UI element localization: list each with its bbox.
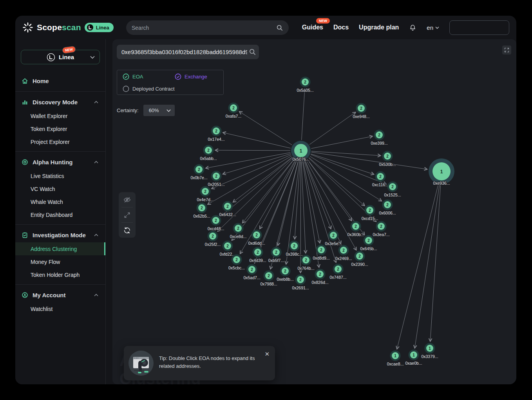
node-address-label: 0x4e7d... [197,197,214,202]
node-count: 2 [360,106,362,111]
graph-node[interactable]: 20x5a05... [297,77,313,93]
graph-node[interactable]: 20x4e7d... [197,186,214,202]
sidebar-section-alpha-hunting[interactable]: Alpha Hunting [15,155,105,169]
graph-node[interactable]: 10xe936... [429,158,454,185]
sidebar-section-discovery-mode[interactable]: Discovery Mode [15,95,105,109]
sidebar-item-address-clustering[interactable]: Address Clustering [15,242,105,255]
fit-view-button[interactable] [119,207,136,222]
graph-node[interactable]: 20xafa7... [226,103,241,118]
filter-exchange[interactable]: Exchange [175,73,207,80]
graph-node[interactable]: 10x3379... [421,343,438,359]
node-address-label: 0x360b... [347,232,364,237]
refresh-button[interactable] [119,223,136,238]
graph-node[interactable]: 20xfd22... [220,241,235,256]
graph-node[interactable]: 20x5cbc... [228,255,245,270]
graph-node[interactable]: 20x6432... [219,201,236,217]
sidebar-item-home[interactable]: Home [15,74,105,88]
graph-node[interactable]: 20x25f2... [205,231,221,247]
graph-node[interactable]: 20xe399... [371,130,387,145]
language-selector[interactable]: en [427,24,439,31]
graph-node[interactable]: 10x5076... [291,141,311,162]
graph-node[interactable]: 20x530b... [379,151,396,167]
graph-node[interactable]: 20x4d39... [249,247,266,263]
graph-node[interactable]: 20xce8d... [230,223,247,239]
sidebar-item-token-holder-graph[interactable]: Token Holder Graph [15,268,105,281]
node-count: 2 [275,250,277,255]
graph-node[interactable]: 20x360b... [347,221,364,237]
graph-node[interactable]: 20x7988... [260,271,277,286]
sidebar-item-entity-dashboard[interactable]: Entity Dashboard [15,208,105,221]
certainty-select[interactable]: 60% [143,105,175,116]
graph-node[interactable]: 20xd8d9... [313,245,329,260]
fullscreen-button[interactable] [502,45,511,55]
graph-node[interactable]: 10xcae8... [387,351,404,366]
notification-bell-icon[interactable] [409,24,416,31]
graph-node[interactable]: 20x0b7e... [190,164,207,180]
node-address-label: 0x2051... [208,182,224,187]
header-action-button[interactable] [449,20,509,35]
graph-node[interactable]: 20x5abb... [200,145,217,161]
graph-node[interactable]: 20x2469... [335,245,352,261]
graph-node[interactable]: 20x5ad7... [243,264,260,280]
nav-upgrade-plan[interactable]: Upgrade plan [359,24,399,31]
node-count: 2 [212,234,214,238]
sidebar-item-token-explorer[interactable]: Token Explorer [15,122,105,135]
node-address-label: 0xd6dd... [248,241,265,245]
graph-node[interactable]: 20x398c... [286,241,303,256]
graph-node[interactable]: 20x645b... [360,235,377,251]
search-input[interactable] [132,25,276,31]
graph-node[interactable]: 20x17e4... [208,126,224,142]
address-input[interactable] [121,49,247,55]
graph-node[interactable]: 20x62b5... [193,203,210,218]
graph-node[interactable]: 20xe948... [353,103,369,119]
filter-eoa[interactable]: EOA [123,73,143,80]
graph-node[interactable]: 20xc116... [372,171,389,187]
node-count: 2 [378,133,380,137]
sidebar-section-my-account[interactable]: My Account [15,288,105,302]
node-address-label: 0x826d... [311,280,328,285]
graph-node[interactable]: 20x7487... [329,264,346,280]
sidebar-item-wallet-explorer[interactable]: Wallet Explorer [15,109,105,122]
empty-circle-icon [123,85,129,92]
sidebar-item-project-explorer[interactable]: Project Explorer [15,135,105,148]
sidebar-item-live-statistics[interactable]: Live Statistics [15,169,105,182]
network-selector[interactable]: Linea NEW [21,50,100,64]
logo[interactable]: Scopescan Linea [22,22,114,33]
graph-node[interactable]: 10xae0b... [405,350,422,365]
divider [15,284,105,285]
node-address-label: 0xcd15... [362,216,378,221]
nav-docs[interactable]: Docs [333,24,349,31]
graph-node[interactable]: 20x3ea7... [373,221,389,237]
sidebar-item-watchlist[interactable]: Watchlist [15,302,105,315]
graph-node[interactable]: 20x2390... [351,251,368,267]
graph-node[interactable]: 20xd6dd... [248,230,265,245]
graph-edge [301,161,306,253]
graph-node[interactable]: 20xb5f7... [268,247,284,263]
graph-node[interactable]: 20x3e5e... [325,230,342,246]
graph-node[interactable]: 20xcd15... [362,205,378,221]
sidebar-item-whale-watch[interactable]: Whale Watch [15,195,105,208]
close-icon[interactable]: ✕ [263,349,271,359]
graph-node[interactable]: 20x2051... [208,171,224,187]
node-count: 2 [342,248,345,253]
graph-node[interactable]: 20x764b... [297,255,314,271]
node-address-label: 0xb5f7... [268,258,284,263]
graph-node[interactable]: 20x6006... [379,200,396,215]
search-icon [276,24,283,31]
divider [15,224,105,225]
sidebar-item-vc-watch[interactable]: VC Watch [15,182,105,195]
node-address-label: 0x5ad7... [243,275,260,280]
filter-deployed-contract[interactable]: Deployed Contract [123,85,175,92]
search-icon[interactable] [249,48,256,56]
graph-node[interactable]: 20x2691... [292,275,309,290]
nav-guides[interactable]: GuidesNEW [302,24,323,31]
graph-node[interactable]: 20x826d... [311,269,328,285]
hide-labels-button[interactable] [119,192,136,207]
node-count: 2 [226,244,229,248]
chevron-down-icon [435,26,439,29]
sidebar-section-investigation-mode[interactable]: Investigation Mode [15,228,105,242]
tip-text: Tip: Double Click EOA nodes to expand it… [159,355,259,370]
sidebar-item-money-flow[interactable]: Money Flow [15,255,105,268]
graph-node[interactable]: 20xeb8b... [277,266,293,282]
scopescan-logo-icon [22,22,33,33]
